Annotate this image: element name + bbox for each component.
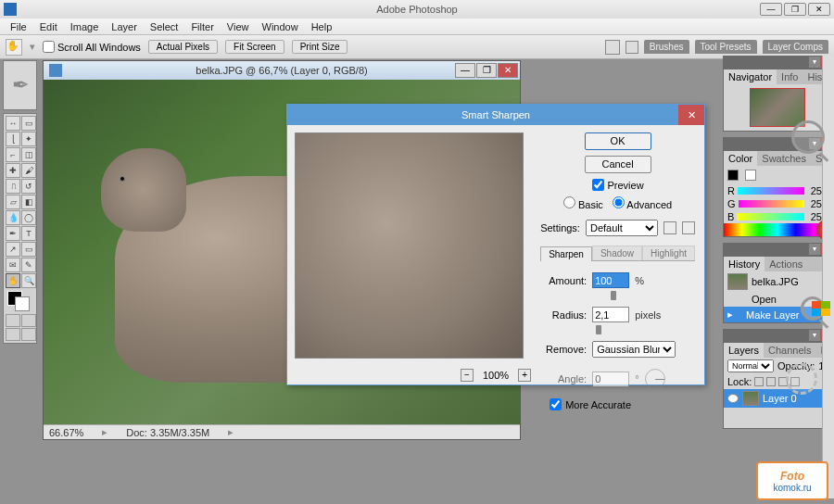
eraser-tool-icon[interactable]: ▱ <box>6 195 20 209</box>
panel-collapse-button[interactable]: ▾ <box>809 57 820 68</box>
bg-swatch[interactable] <box>745 170 756 181</box>
r-slider[interactable] <box>738 187 804 195</box>
tab-tool-presets[interactable]: Tool Presets <box>695 40 757 54</box>
eyedropper-tool-icon[interactable]: ✎ <box>21 258 36 272</box>
tab-navigator[interactable]: Navigator <box>724 69 777 84</box>
zoom-out-button[interactable]: − <box>461 369 474 382</box>
panel-collapse-button[interactable]: ▾ <box>809 330 820 341</box>
tab-highlight[interactable]: Highlight <box>642 246 695 260</box>
tab-layers[interactable]: Layers <box>724 343 764 358</box>
doc-maximize-button[interactable]: ❐ <box>476 63 497 78</box>
layer-item[interactable]: Layer 0 <box>724 389 831 408</box>
delete-preset-icon[interactable] <box>682 221 695 234</box>
color-spectrum[interactable] <box>724 223 831 236</box>
crop-tool-icon[interactable]: ⌐ <box>6 147 20 162</box>
menu-select[interactable]: Select <box>144 21 185 32</box>
layer-name[interactable]: Layer 0 <box>763 393 797 404</box>
ok-button[interactable]: OK <box>585 132 651 150</box>
blur-tool-icon[interactable]: 💧 <box>6 210 20 225</box>
close-button[interactable]: ✕ <box>808 3 830 16</box>
navigator-thumbnail[interactable] <box>750 88 805 127</box>
menu-help[interactable]: Help <box>305 21 339 32</box>
palette-toggle-icon-2[interactable] <box>626 41 638 54</box>
sharpen-preview[interactable] <box>295 132 524 359</box>
preview-checkbox[interactable] <box>592 179 604 191</box>
doc-close-button[interactable]: ✕ <box>498 63 518 78</box>
hand-tool-icon[interactable]: ✋ <box>6 273 20 288</box>
scroll-all-checkbox[interactable] <box>43 41 55 53</box>
visibility-icon[interactable] <box>727 394 739 403</box>
menu-file[interactable]: File <box>4 21 33 32</box>
maximize-button[interactable]: ❐ <box>784 3 806 16</box>
toolbox: ↔▭ ɭ✦ ⌐◫ ✚🖌 ⎍↺ ▱◧ 💧◯ ✒T ↗▭ ✉✎ ✋🔍 <box>3 113 37 344</box>
menu-filter[interactable]: Filter <box>184 21 220 32</box>
settings-select[interactable]: Default <box>586 220 658 236</box>
tab-swatches[interactable]: Swatches <box>757 151 811 166</box>
quickmask-toggle[interactable] <box>6 314 36 327</box>
move-tool-icon[interactable]: ↔ <box>6 116 20 131</box>
zoom-in-button[interactable]: + <box>518 369 531 382</box>
stamp-tool-icon[interactable]: ⎍ <box>6 179 20 194</box>
menu-layer[interactable]: Layer <box>105 21 144 32</box>
color-swatches[interactable] <box>6 289 36 313</box>
zoom-readout[interactable]: 66.67% <box>49 427 83 438</box>
lasso-tool-icon[interactable]: ɭ <box>6 132 20 146</box>
menu-image[interactable]: Image <box>64 21 106 32</box>
notes-tool-icon[interactable]: ✉ <box>6 258 20 272</box>
document-titlebar[interactable]: belka.JPG @ 66,7% (Layer 0, RGB/8) — ❐ ✕ <box>44 61 520 80</box>
amount-input[interactable] <box>592 272 629 288</box>
screenmode-toggle[interactable] <box>6 328 36 341</box>
lock-pixels-icon[interactable] <box>766 377 776 386</box>
dialog-close-button[interactable]: ✕ <box>678 105 704 125</box>
fit-screen-button[interactable]: Fit Screen <box>225 40 284 54</box>
tab-brushes[interactable]: Brushes <box>644 40 689 54</box>
tab-actions[interactable]: Actions <box>764 257 807 271</box>
gradient-tool-icon[interactable]: ◧ <box>21 195 36 209</box>
tab-sharpen[interactable]: Sharpen <box>540 246 592 261</box>
g-slider[interactable] <box>739 200 804 208</box>
tab-channels[interactable]: Channels <box>764 343 815 358</box>
tab-shadow[interactable]: Shadow <box>592 246 642 260</box>
vertical-scrollbar[interactable] <box>822 56 834 498</box>
menu-window[interactable]: Window <box>256 21 305 32</box>
history-snapshot[interactable]: belka.JPG <box>724 271 831 292</box>
heal-tool-icon[interactable]: ✚ <box>6 163 20 178</box>
wand-tool-icon[interactable]: ✦ <box>21 132 36 146</box>
shape-tool-icon[interactable]: ▭ <box>21 242 36 257</box>
tab-layer-comps[interactable]: Layer Comps <box>763 40 828 54</box>
panel-collapse-button[interactable]: ▾ <box>809 244 820 255</box>
actual-pixels-button[interactable]: Actual Pixels <box>148 40 218 54</box>
marquee-tool-icon[interactable]: ▭ <box>21 116 36 131</box>
history-brush-icon[interactable]: ↺ <box>21 179 36 194</box>
b-slider[interactable] <box>737 213 804 220</box>
basic-radio[interactable] <box>563 196 575 208</box>
palette-toggle-icon[interactable] <box>605 40 620 55</box>
tab-info[interactable]: Info <box>777 69 802 84</box>
remove-select[interactable]: Gaussian Blur <box>592 341 676 358</box>
menu-view[interactable]: View <box>221 21 256 32</box>
radius-input[interactable] <box>592 307 629 322</box>
fg-swatch[interactable] <box>727 170 739 181</box>
advanced-radio[interactable] <box>613 196 625 208</box>
tab-history[interactable]: History <box>724 257 764 271</box>
pen-tool-icon[interactable]: ✒ <box>6 226 20 241</box>
save-preset-icon[interactable] <box>663 221 676 234</box>
zoom-tool-icon[interactable]: 🔍 <box>21 273 36 288</box>
slice-tool-icon[interactable]: ◫ <box>21 147 36 162</box>
lock-transparency-icon[interactable] <box>754 377 764 386</box>
minimize-button[interactable]: — <box>760 3 782 16</box>
dodge-tool-icon[interactable]: ◯ <box>21 210 36 225</box>
dialog-titlebar[interactable]: Smart Sharpen ✕ <box>287 105 704 125</box>
blend-mode-select[interactable]: Normal <box>727 359 774 372</box>
panel-collapse-button[interactable]: ▾ <box>809 138 820 149</box>
menu-edit[interactable]: Edit <box>33 21 64 32</box>
print-size-button[interactable]: Print Size <box>292 40 348 54</box>
tab-color[interactable]: Color <box>724 151 757 166</box>
layer-thumbnail[interactable] <box>742 391 759 406</box>
path-tool-icon[interactable]: ↗ <box>6 242 20 257</box>
brush-tool-icon[interactable]: 🖌 <box>21 163 36 178</box>
doc-minimize-button[interactable]: — <box>455 63 475 78</box>
type-tool-icon[interactable]: T <box>21 226 36 241</box>
cancel-button[interactable]: Cancel <box>585 156 651 173</box>
more-accurate-checkbox[interactable] <box>550 398 562 410</box>
